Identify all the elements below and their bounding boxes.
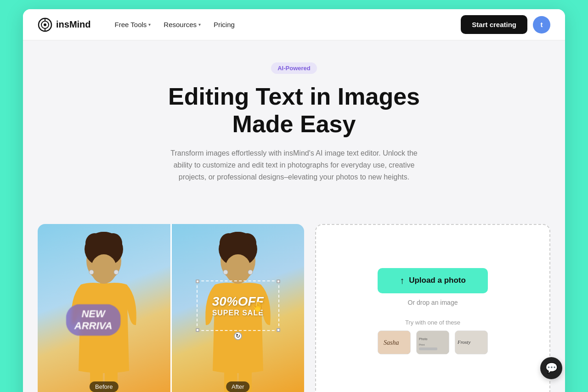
chat-icon: 💬 (545, 362, 558, 374)
nav-pricing[interactable]: Pricing (208, 17, 240, 32)
svg-point-20 (225, 232, 251, 248)
upload-button-label: Upload a photo (409, 276, 466, 285)
svg-point-9 (91, 232, 117, 248)
corner-bl (196, 328, 199, 332)
before-panel: NEW ARRIVA Before (38, 224, 170, 392)
try-samples-label: Try with one of these (378, 319, 488, 326)
sample-image-3[interactable]: Frosty (455, 330, 488, 354)
browser-window: insMind Free Tools ▾ Resources ▾ Pricing… (23, 9, 565, 392)
upload-photo-button[interactable]: ↑ Upload a photo (378, 268, 488, 293)
svg-text:Photo: Photo (419, 337, 427, 341)
svg-point-24 (248, 270, 253, 274)
after-panel: 30%OFF SUPER SALE ↻ 🤚 After (172, 224, 305, 392)
nav-resources[interactable]: Resources ▾ (158, 17, 206, 32)
hero-subtitle: Transform images effortlessly with insMi… (165, 147, 423, 184)
try-samples-section: Try with one of these Sasha Photo (378, 319, 488, 354)
corner-br (277, 328, 280, 332)
before-text-overlay: NEW ARRIVA (66, 304, 121, 336)
svg-point-2 (44, 23, 46, 26)
or-drop-text: Or drop an image (408, 299, 458, 306)
rotate-handle[interactable]: ↻ (234, 332, 242, 340)
svg-rect-32 (419, 347, 437, 350)
after-label: After (226, 381, 249, 392)
before-after-comparison: NEW ARRIVA Before (38, 224, 304, 392)
nav-right: Start creating t (461, 15, 550, 34)
svg-text:Print: Print (419, 343, 425, 346)
svg-text:Sasha: Sasha (384, 339, 399, 346)
nav-free-tools[interactable]: Free Tools ▾ (109, 17, 157, 32)
cursor-hand: 🤚 (251, 300, 265, 314)
logo-icon (38, 17, 52, 32)
sample-image-1[interactable]: Sasha (378, 330, 411, 354)
sample-2-preview: Photo Print (417, 331, 449, 354)
hero-section: AI-Powered Editing Text in Images Made E… (23, 40, 565, 224)
hero-title-line2: Made Easy (232, 111, 356, 137)
navbar: insMind Free Tools ▾ Resources ▾ Pricing… (23, 9, 565, 40)
corner-tr (277, 280, 280, 283)
resources-chevron: ▾ (198, 22, 201, 27)
chat-bubble-button[interactable]: 💬 (540, 357, 562, 379)
user-avatar-button[interactable]: t (533, 16, 550, 34)
upload-icon: ↑ (400, 275, 404, 286)
sample-images-row: Sasha Photo Print (378, 330, 488, 354)
svg-point-12 (89, 270, 94, 274)
sample-1-preview: Sasha (378, 331, 410, 354)
after-text-content: 30%OFF SUPER SALE (198, 281, 278, 330)
svg-rect-29 (417, 331, 449, 354)
free-tools-chevron: ▾ (148, 22, 151, 27)
selection-box: 30%OFF SUPER SALE ↻ (197, 280, 279, 331)
svg-point-13 (114, 270, 119, 274)
nav-links: Free Tools ▾ Resources ▾ Pricing (109, 17, 461, 32)
resources-label: Resources (164, 21, 197, 28)
svg-point-23 (223, 270, 228, 274)
pricing-label: Pricing (214, 21, 235, 28)
panel-divider (170, 224, 172, 392)
hero-title-line1: Editing Text in Images (168, 83, 420, 110)
ai-badge: AI-Powered (271, 62, 317, 74)
after-image: 30%OFF SUPER SALE ↻ 🤚 (172, 224, 305, 392)
svg-point-22 (225, 254, 251, 284)
sample-3-preview: Frosty (455, 331, 487, 354)
sample-image-2[interactable]: Photo Print (416, 330, 449, 354)
logo-area: insMind (38, 17, 91, 32)
svg-point-11 (91, 254, 117, 284)
before-badge-text: NEW ARRIVA (66, 304, 121, 336)
upload-area[interactable]: ↑ Upload a photo Or drop an image Try wi… (315, 224, 550, 392)
free-tools-label: Free Tools (115, 21, 147, 28)
start-creating-button[interactable]: Start creating (461, 15, 527, 34)
hero-title: Editing Text in Images Made Easy (38, 83, 550, 138)
corner-tl (196, 280, 199, 283)
svg-text:Frosty: Frosty (457, 339, 470, 345)
before-image: NEW ARRIVA (38, 224, 170, 392)
before-label: Before (90, 381, 118, 392)
logo-text: insMind (56, 19, 91, 30)
main-content: NEW ARRIVA Before (23, 224, 565, 392)
